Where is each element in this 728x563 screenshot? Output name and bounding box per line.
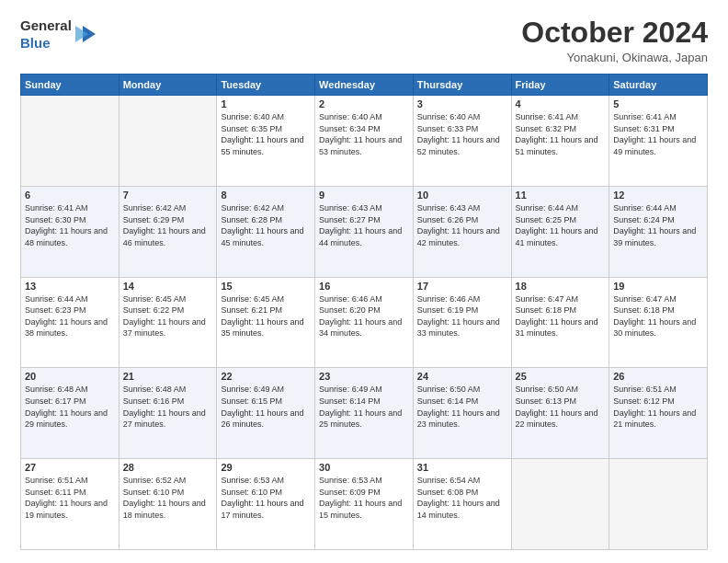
logo-arrow-icon <box>75 24 96 44</box>
header-tuesday: Tuesday <box>217 75 315 96</box>
table-cell: 5 Sunrise: 6:41 AMSunset: 6:31 PMDayligh… <box>609 96 708 187</box>
day-number: 14 <box>123 281 213 292</box>
week-row-2: 6 Sunrise: 6:41 AMSunset: 6:30 PMDayligh… <box>21 186 708 277</box>
table-cell: 29 Sunrise: 6:53 AMSunset: 6:10 PMDaylig… <box>217 459 315 550</box>
logo: General Blue <box>20 17 96 52</box>
day-number: 20 <box>25 371 115 382</box>
day-detail: Sunrise: 6:49 AMSunset: 6:15 PMDaylight:… <box>221 385 303 429</box>
day-detail: Sunrise: 6:52 AMSunset: 6:10 PMDaylight:… <box>123 476 206 520</box>
calendar-subtitle: Yonakuni, Okinawa, Japan <box>521 51 708 64</box>
day-detail: Sunrise: 6:53 AMSunset: 6:09 PMDaylight:… <box>319 476 402 520</box>
day-number: 11 <box>516 190 606 201</box>
day-detail: Sunrise: 6:48 AMSunset: 6:16 PMDaylight:… <box>123 385 206 429</box>
day-number: 30 <box>319 462 409 473</box>
day-detail: Sunrise: 6:40 AMSunset: 6:34 PMDaylight:… <box>319 112 402 156</box>
week-row-5: 27 Sunrise: 6:51 AMSunset: 6:11 PMDaylig… <box>21 459 708 550</box>
table-cell: 15 Sunrise: 6:45 AMSunset: 6:21 PMDaylig… <box>217 277 315 368</box>
table-cell: 7 Sunrise: 6:42 AMSunset: 6:29 PMDayligh… <box>119 186 217 277</box>
day-detail: Sunrise: 6:46 AMSunset: 6:20 PMDaylight:… <box>319 294 402 339</box>
table-cell: 18 Sunrise: 6:47 AMSunset: 6:18 PMDaylig… <box>511 277 609 368</box>
day-detail: Sunrise: 6:53 AMSunset: 6:10 PMDaylight:… <box>221 476 303 520</box>
table-cell: 3 Sunrise: 6:40 AMSunset: 6:33 PMDayligh… <box>413 96 511 187</box>
day-number: 8 <box>221 190 311 201</box>
day-detail: Sunrise: 6:51 AMSunset: 6:11 PMDaylight:… <box>25 476 108 520</box>
day-number: 2 <box>319 98 409 109</box>
day-number: 3 <box>417 98 507 109</box>
day-detail: Sunrise: 6:41 AMSunset: 6:31 PMDaylight:… <box>613 112 696 156</box>
table-cell: 20 Sunrise: 6:48 AMSunset: 6:17 PMDaylig… <box>21 368 119 459</box>
day-number: 29 <box>221 462 311 473</box>
table-cell: 17 Sunrise: 6:46 AMSunset: 6:19 PMDaylig… <box>413 277 511 368</box>
day-number: 27 <box>25 462 115 473</box>
calendar-title: October 2024 <box>521 17 708 49</box>
day-number: 5 <box>613 98 703 109</box>
day-detail: Sunrise: 6:49 AMSunset: 6:14 PMDaylight:… <box>319 385 402 429</box>
table-cell: 8 Sunrise: 6:42 AMSunset: 6:28 PMDayligh… <box>217 186 315 277</box>
header-friday: Friday <box>511 75 609 96</box>
day-detail: Sunrise: 6:44 AMSunset: 6:25 PMDaylight:… <box>516 203 598 247</box>
day-detail: Sunrise: 6:50 AMSunset: 6:14 PMDaylight:… <box>417 385 500 429</box>
table-cell: 1 Sunrise: 6:40 AMSunset: 6:35 PMDayligh… <box>217 96 315 187</box>
table-cell: 2 Sunrise: 6:40 AMSunset: 6:34 PMDayligh… <box>315 96 414 187</box>
table-cell: 11 Sunrise: 6:44 AMSunset: 6:25 PMDaylig… <box>511 186 609 277</box>
day-number: 21 <box>123 371 213 382</box>
day-number: 31 <box>417 462 507 473</box>
day-detail: Sunrise: 6:40 AMSunset: 6:33 PMDaylight:… <box>417 112 500 156</box>
week-row-3: 13 Sunrise: 6:44 AMSunset: 6:23 PMDaylig… <box>21 277 708 368</box>
table-cell: 16 Sunrise: 6:46 AMSunset: 6:20 PMDaylig… <box>315 277 414 368</box>
day-number: 15 <box>221 281 311 292</box>
table-cell: 10 Sunrise: 6:43 AMSunset: 6:26 PMDaylig… <box>413 186 511 277</box>
day-detail: Sunrise: 6:48 AMSunset: 6:17 PMDaylight:… <box>25 385 108 429</box>
day-detail: Sunrise: 6:43 AMSunset: 6:27 PMDaylight:… <box>319 203 402 247</box>
calendar-table: Sunday Monday Tuesday Wednesday Thursday… <box>20 74 708 550</box>
header-wednesday: Wednesday <box>315 75 414 96</box>
day-number: 1 <box>221 98 311 109</box>
day-detail: Sunrise: 6:45 AMSunset: 6:22 PMDaylight:… <box>123 294 206 339</box>
header: General Blue October 2024 Yonakuni, Okin… <box>20 17 708 64</box>
day-detail: Sunrise: 6:41 AMSunset: 6:30 PMDaylight:… <box>25 203 108 247</box>
header-saturday: Saturday <box>609 75 708 96</box>
table-cell: 9 Sunrise: 6:43 AMSunset: 6:27 PMDayligh… <box>315 186 414 277</box>
week-row-1: 1 Sunrise: 6:40 AMSunset: 6:35 PMDayligh… <box>21 96 708 187</box>
day-detail: Sunrise: 6:50 AMSunset: 6:13 PMDaylight:… <box>516 385 598 429</box>
day-detail: Sunrise: 6:42 AMSunset: 6:28 PMDaylight:… <box>221 203 303 247</box>
day-detail: Sunrise: 6:47 AMSunset: 6:18 PMDaylight:… <box>613 294 696 339</box>
header-sunday: Sunday <box>21 75 119 96</box>
day-number: 12 <box>613 190 703 201</box>
day-detail: Sunrise: 6:44 AMSunset: 6:24 PMDaylight:… <box>613 203 696 247</box>
day-number: 22 <box>221 371 311 382</box>
table-cell <box>21 96 119 187</box>
day-number: 28 <box>123 462 213 473</box>
page: General Blue October 2024 Yonakuni, Okin… <box>0 0 728 563</box>
day-number: 17 <box>417 281 507 292</box>
day-number: 18 <box>516 281 606 292</box>
day-detail: Sunrise: 6:54 AMSunset: 6:08 PMDaylight:… <box>417 476 500 520</box>
day-number: 10 <box>417 190 507 201</box>
table-cell <box>119 96 217 187</box>
table-cell: 19 Sunrise: 6:47 AMSunset: 6:18 PMDaylig… <box>609 277 708 368</box>
table-cell: 22 Sunrise: 6:49 AMSunset: 6:15 PMDaylig… <box>217 368 315 459</box>
day-detail: Sunrise: 6:45 AMSunset: 6:21 PMDaylight:… <box>221 294 303 339</box>
day-number: 24 <box>417 371 507 382</box>
week-row-4: 20 Sunrise: 6:48 AMSunset: 6:17 PMDaylig… <box>21 368 708 459</box>
table-cell: 25 Sunrise: 6:50 AMSunset: 6:13 PMDaylig… <box>511 368 609 459</box>
table-cell: 26 Sunrise: 6:51 AMSunset: 6:12 PMDaylig… <box>609 368 708 459</box>
day-number: 26 <box>613 371 703 382</box>
day-number: 4 <box>516 98 606 109</box>
day-detail: Sunrise: 6:41 AMSunset: 6:32 PMDaylight:… <box>516 112 598 156</box>
day-detail: Sunrise: 6:40 AMSunset: 6:35 PMDaylight:… <box>221 112 303 156</box>
weekday-header-row: Sunday Monday Tuesday Wednesday Thursday… <box>21 75 708 96</box>
table-cell: 24 Sunrise: 6:50 AMSunset: 6:14 PMDaylig… <box>413 368 511 459</box>
day-detail: Sunrise: 6:43 AMSunset: 6:26 PMDaylight:… <box>417 203 500 247</box>
table-cell: 28 Sunrise: 6:52 AMSunset: 6:10 PMDaylig… <box>119 459 217 550</box>
day-number: 13 <box>25 281 115 292</box>
day-number: 16 <box>319 281 409 292</box>
day-detail: Sunrise: 6:51 AMSunset: 6:12 PMDaylight:… <box>613 385 696 429</box>
table-cell: 6 Sunrise: 6:41 AMSunset: 6:30 PMDayligh… <box>21 186 119 277</box>
table-cell: 13 Sunrise: 6:44 AMSunset: 6:23 PMDaylig… <box>21 277 119 368</box>
logo-text: General Blue <box>20 17 72 52</box>
header-thursday: Thursday <box>413 75 511 96</box>
table-cell: 4 Sunrise: 6:41 AMSunset: 6:32 PMDayligh… <box>511 96 609 187</box>
logo-blue: Blue <box>20 35 51 51</box>
logo-general: General <box>20 17 72 33</box>
